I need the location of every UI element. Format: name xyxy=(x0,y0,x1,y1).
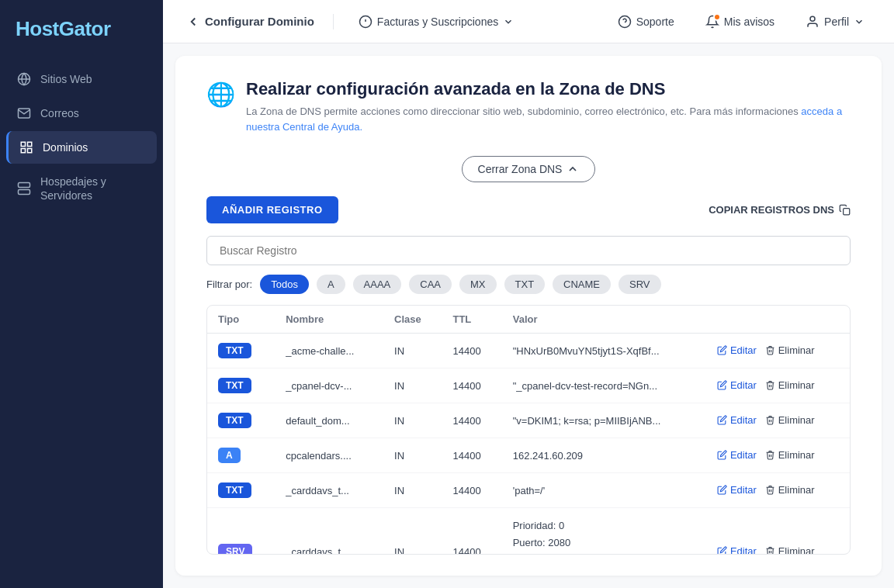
back-label: Configurar Dominio xyxy=(205,15,314,28)
page-header-text: Realizar configuración avanzada en la Zo… xyxy=(246,79,851,134)
svg-rect-16 xyxy=(844,209,850,215)
chevron-up-icon xyxy=(567,163,579,175)
sidebar: HostGator Sitios Web Correos Dominios Ho… xyxy=(0,0,163,588)
type-badge-a: A xyxy=(218,448,241,463)
notifications-button[interactable]: Mis avisos xyxy=(699,10,781,33)
svg-rect-2 xyxy=(21,142,25,146)
svg-rect-4 xyxy=(21,149,25,153)
table-header: Tipo Nombre Clase TTL Valor xyxy=(207,306,850,334)
filter-aaaa[interactable]: AAAA xyxy=(353,275,402,294)
trash-icon xyxy=(765,485,775,495)
cell-value: "v=DKIM1; k=rsa; p=MIIBIjANB... xyxy=(502,403,706,438)
cell-ttl: 14400 xyxy=(442,368,501,403)
sidebar-item-sitiosweb[interactable]: Sitios Web xyxy=(6,63,157,95)
sidebar-item-dominios[interactable]: Dominios xyxy=(6,131,157,164)
filter-caa[interactable]: CAA xyxy=(409,275,452,294)
edit-button[interactable]: Editar xyxy=(717,414,757,426)
table-row: SRV _carddavs_t... IN 14400 Prioridad: 0… xyxy=(207,508,850,555)
cell-actions: Editar Eliminar xyxy=(706,438,850,473)
header-divider xyxy=(333,14,334,29)
delete-button[interactable]: Eliminar xyxy=(765,484,815,496)
cell-actions: Editar Eliminar xyxy=(706,473,850,508)
srv-puerto: Puerto: 2080 xyxy=(513,534,695,552)
cell-actions: Editar Eliminar xyxy=(706,334,850,368)
svg-rect-5 xyxy=(28,149,32,153)
trash-icon xyxy=(765,345,775,355)
cell-value: "_cpanel-dcv-test-record=NGn... xyxy=(502,368,706,403)
filter-a[interactable]: A xyxy=(317,275,345,294)
main-content: 🌐 Realizar configuración avanzada en la … xyxy=(175,56,882,576)
copy-dns-button[interactable]: COPIAR REGISTROS DNS xyxy=(709,204,851,216)
svg-rect-7 xyxy=(19,190,30,195)
table-row: TXT _cpanel-dcv-... IN 14400 "_cpanel-dc… xyxy=(207,368,850,403)
back-button[interactable]: Configurar Dominio xyxy=(186,15,314,29)
cell-ttl: 14400 xyxy=(442,334,501,368)
cell-name: default_dom... xyxy=(275,403,383,438)
edit-button[interactable]: Editar xyxy=(717,344,757,356)
filter-todos[interactable]: Todos xyxy=(260,275,309,294)
dns-table: Tipo Nombre Clase TTL Valor TXT _acme-ch xyxy=(207,306,850,554)
filter-srv[interactable]: SRV xyxy=(619,275,661,294)
edit-icon xyxy=(717,345,727,355)
support-button[interactable]: Soporte xyxy=(612,10,681,33)
cell-class: IN xyxy=(383,438,442,473)
trash-icon xyxy=(765,450,775,460)
back-arrow-icon xyxy=(186,15,200,29)
close-dns-button[interactable]: Cerrar Zona DNS xyxy=(462,156,596,182)
billing-menu[interactable]: Facturas y Suscripciones xyxy=(352,10,520,33)
sidebar-item-correos[interactable]: Correos xyxy=(6,97,157,130)
type-badge-srv: SRV xyxy=(218,544,252,554)
edit-button[interactable]: Editar xyxy=(717,449,757,461)
header: Configurar Dominio Facturas y Suscripcio… xyxy=(163,0,894,43)
cell-name: _carddavs_t... xyxy=(275,473,383,508)
filter-txt[interactable]: TXT xyxy=(504,275,546,294)
cell-class: IN xyxy=(383,368,442,403)
table-row: TXT _acme-challe... IN 14400 "HNxUrB0Mvu… xyxy=(207,334,850,368)
delete-button[interactable]: Eliminar xyxy=(765,414,815,426)
edit-button[interactable]: Editar xyxy=(717,379,757,391)
cell-ttl: 14400 xyxy=(442,438,501,473)
trash-icon xyxy=(765,546,775,554)
cell-class: IN xyxy=(383,473,442,508)
svg-rect-6 xyxy=(19,183,30,188)
delete-button[interactable]: Eliminar xyxy=(765,449,815,461)
filter-cname[interactable]: CNAME xyxy=(553,275,611,294)
type-badge-txt: TXT xyxy=(218,413,251,428)
cell-type: TXT xyxy=(207,403,275,438)
cell-actions: Editar Eliminar xyxy=(706,403,850,438)
copy-icon xyxy=(839,204,851,216)
cell-name: _carddavs_t... xyxy=(275,508,383,555)
cell-value: "HNxUrB0MvuYN5tjyt1S-XqfBf... xyxy=(502,334,706,368)
notifications-label: Mis avisos xyxy=(724,16,774,28)
table-scroll[interactable]: Tipo Nombre Clase TTL Valor TXT _acme-ch xyxy=(207,306,850,554)
cell-actions: Editar Eliminar xyxy=(706,368,850,403)
sidebar-item-label: Correos xyxy=(40,107,79,119)
page-header: 🌐 Realizar configuración avanzada en la … xyxy=(206,79,851,134)
delete-button[interactable]: Eliminar xyxy=(765,344,815,356)
support-icon xyxy=(618,15,632,29)
delete-button[interactable]: Eliminar xyxy=(765,379,815,391)
col-actions xyxy=(706,306,850,334)
filter-mx[interactable]: MX xyxy=(459,275,497,294)
trash-icon xyxy=(765,415,775,425)
search-input[interactable] xyxy=(206,236,851,265)
sidebar-nav: Sitios Web Correos Dominios Hospedajes y… xyxy=(0,63,163,212)
col-tipo: Tipo xyxy=(207,306,275,334)
cell-actions: Editar Eliminar xyxy=(706,508,850,555)
svg-rect-3 xyxy=(28,142,32,146)
delete-button[interactable]: Eliminar xyxy=(765,545,815,554)
profile-menu[interactable]: Perfil xyxy=(799,10,871,33)
cell-ttl: 14400 xyxy=(442,508,501,555)
filter-bar: Filtrar por: Todos A AAAA CAA MX TXT CNA… xyxy=(206,275,851,294)
edit-button[interactable]: Editar xyxy=(717,484,757,496)
cell-class: IN xyxy=(383,508,442,555)
edit-button[interactable]: Editar xyxy=(717,545,757,554)
cell-name: cpcalendars.... xyxy=(275,438,383,473)
sidebar-item-hospedajes[interactable]: Hospedajes y Servidores xyxy=(6,165,157,212)
add-record-button[interactable]: AÑADIR REGISTRO xyxy=(206,196,338,223)
table-row: A cpcalendars.... IN 14400 162.241.60.20… xyxy=(207,438,850,473)
edit-icon xyxy=(717,415,727,425)
user-icon xyxy=(806,15,820,29)
type-badge-txt: TXT xyxy=(218,378,251,393)
mail-icon xyxy=(17,106,31,120)
